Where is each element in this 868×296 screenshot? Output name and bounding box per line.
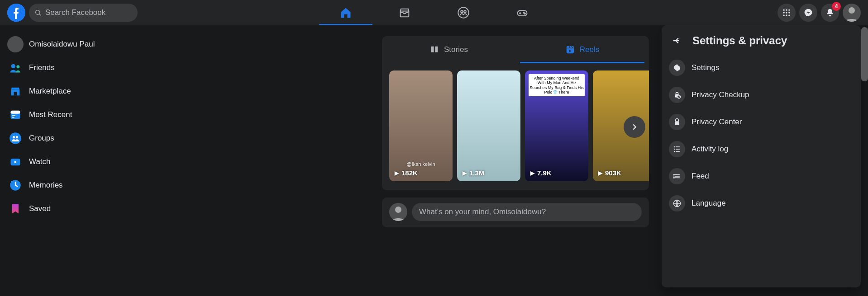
nav-gaming[interactable] [493,0,552,25]
most-recent-icon [7,107,24,123]
search-placeholder-text: Search Facebook [45,8,105,17]
reel-banner-text: After Spending Weekend With My Man And H… [529,74,585,96]
tab-reels-label: Reels [580,45,599,54]
svg-point-40 [674,151,676,152]
marketplace-icon [398,6,411,19]
left-sidebar: Omisolaidowu Paul Friends Marketplace Mo… [0,25,163,296]
svg-point-38 [674,149,676,150]
svg-point-27 [10,132,21,144]
svg-point-21 [16,65,19,68]
svg-rect-37 [676,146,680,147]
reel-card[interactable]: 1.3M [457,70,520,181]
panel-item-settings[interactable]: Settings [669,54,854,81]
svg-point-13 [788,9,790,10]
composer-avatar[interactable] [389,203,407,221]
svg-rect-26 [12,117,14,118]
panel-title: Settings & privacy [692,34,787,47]
panel-item-privacy-center[interactable]: Privacy Center [669,108,854,136]
menu-button[interactable] [777,4,796,22]
feed-icon [669,168,685,184]
gaming-icon [516,6,529,19]
svg-rect-32 [567,46,574,54]
panel-item-label: Privacy Checkup [692,90,749,99]
topbar-right: 4 [777,4,868,22]
composer-placeholder: What's on your mind, Omisolaidowu? [419,207,546,216]
sidebar-item-groups[interactable]: Groups [4,127,159,150]
composer-input[interactable]: What's on your mind, Omisolaidowu? [412,203,642,221]
grid-icon [782,8,791,17]
messenger-button[interactable] [799,4,817,22]
reels-next-button[interactable] [624,116,645,138]
sidebar-item-label: Marketplace [29,87,71,96]
panel-item-label: Language [692,199,726,208]
composer-card: What's on your mind, Omisolaidowu? [382,197,649,227]
stories-reels-card: Stories Reels @Ikah kelvin 182K 1.3M [382,36,649,190]
sidebar-item-profile[interactable]: Omisolaidowu Paul [4,33,159,56]
friends-icon [7,60,24,76]
svg-point-42 [674,174,675,175]
svg-point-28 [13,136,15,138]
home-icon [339,6,352,19]
svg-rect-39 [676,149,680,150]
panel-item-privacy-checkup[interactable]: Privacy Checkup [669,81,854,108]
svg-point-20 [11,64,15,68]
tab-stories[interactable]: Stories [382,36,515,63]
svg-point-14 [783,12,785,13]
nav-home[interactable] [316,0,375,25]
lock-icon [669,114,685,130]
tab-reels[interactable]: Reels [515,36,649,63]
panel-item-label: Activity log [692,145,728,154]
panel-item-feed[interactable]: Feed [669,163,854,190]
activity-log-icon [669,141,685,157]
svg-point-17 [783,14,785,16]
sidebar-item-saved[interactable]: Saved [4,197,159,221]
reel-tag-overlay: @Ikah kelvin [389,161,453,167]
nav-groups[interactable] [434,0,493,25]
sidebar-item-label: Groups [29,134,54,143]
nav-marketplace[interactable] [375,0,434,25]
svg-point-16 [788,12,790,13]
panel-item-activity-log[interactable]: Activity log [669,136,854,163]
search-icon [34,9,42,16]
svg-point-10 [525,13,525,14]
svg-point-29 [16,136,18,138]
svg-point-18 [786,14,787,16]
page-scrollbar[interactable] [861,27,868,81]
topbar-left: Search Facebook [0,4,138,22]
chevron-right-icon [630,122,639,132]
avatar-icon [7,36,24,52]
panel-item-label: Feed [692,172,709,181]
svg-rect-35 [675,121,679,125]
sidebar-item-watch[interactable]: Watch [4,150,159,174]
reel-card[interactable]: @Ikah kelvin 182K [389,70,453,181]
sidebar-item-label: Saved [29,204,51,213]
account-avatar[interactable] [843,4,861,22]
sidebar-item-most-recent[interactable]: Most Recent [4,103,159,127]
top-bar: Search Facebook [0,0,868,25]
groups-icon [7,130,24,146]
settings-privacy-panel: Settings & privacy Settings Privacy Chec… [662,25,861,287]
svg-point-12 [786,9,787,10]
panel-item-label: Settings [692,63,719,72]
globe-icon [669,195,685,211]
svg-rect-25 [12,115,15,116]
svg-point-15 [786,12,787,13]
reel-card[interactable]: After Spending Weekend With My Man And H… [525,70,588,181]
sidebar-item-memories[interactable]: Memories [4,174,159,197]
facebook-logo[interactable] [7,4,25,22]
messenger-icon [804,8,813,17]
arrow-left-icon [672,36,682,46]
notifications-badge: 4 [832,2,841,11]
svg-point-5 [464,10,466,13]
svg-rect-24 [11,111,20,114]
sidebar-item-marketplace[interactable]: Marketplace [4,80,159,103]
reels-icon [565,45,575,55]
notifications-button[interactable]: 4 [821,4,839,22]
panel-back-button[interactable] [669,33,685,49]
search-input[interactable]: Search Facebook [29,4,138,22]
svg-point-1 [36,10,40,14]
sidebar-item-friends[interactable]: Friends [4,56,159,80]
svg-point-43 [674,178,675,179]
panel-item-language[interactable]: Language [669,190,854,217]
reel-views: 1.3M [463,169,484,177]
